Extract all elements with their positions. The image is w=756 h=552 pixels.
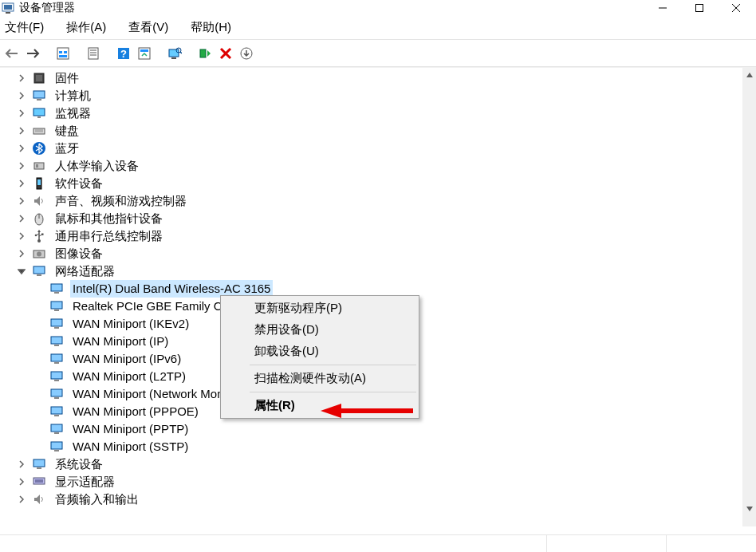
category-network[interactable]: 网络适配器 [0, 262, 756, 280]
category-label: 人体学输入设备 [53, 157, 141, 175]
category-monitors[interactable]: 监视器 [0, 104, 756, 122]
svg-rect-63 [54, 397, 59, 399]
ctx-scan-hardware[interactable]: 扫描检测硬件改动(A) [222, 368, 417, 389]
expand-icon[interactable] [16, 160, 27, 172]
audio-io-icon [32, 492, 46, 507]
category-audio-io[interactable]: 音频输入和输出 [0, 491, 756, 508]
update-driver-button[interactable] [237, 42, 256, 65]
device-tree[interactable]: 固件 计算机 监视器 键盘 蓝牙 人体学输入设备 [0, 68, 756, 508]
expand-icon[interactable] [16, 494, 27, 505]
forward-button[interactable] [23, 42, 42, 65]
category-mice[interactable]: 鼠标和其他指针设备 [0, 210, 756, 227]
device-label: WAN Miniport (IP) [70, 333, 171, 350]
context-menu: 更新驱动程序(P) 禁用设备(D) 卸载设备(U) 扫描检测硬件改动(A) 属性… [220, 295, 419, 419]
collapse-icon[interactable] [16, 266, 27, 277]
network-adapter-icon [49, 387, 64, 401]
expand-icon[interactable] [16, 213, 27, 224]
category-keyboards[interactable]: 键盘 [0, 122, 756, 140]
display-icon [32, 475, 46, 489]
menu-help[interactable]: 帮助(H) [187, 17, 241, 38]
network-adapter-icon [49, 369, 64, 384]
category-display[interactable]: 显示适配器 [0, 473, 756, 491]
device-wan-sstp[interactable]: WAN Miniport (SSTP) [0, 438, 756, 455]
expand-icon[interactable] [16, 476, 27, 487]
scroll-down-icon[interactable] [742, 502, 756, 515]
svg-rect-9 [64, 51, 67, 53]
network-adapter-icon [49, 352, 64, 366]
ctx-uninstall-device[interactable]: 卸载设备(U) [222, 341, 417, 362]
device-label: WAN Miniport (SSTP) [70, 438, 191, 455]
svg-rect-10 [59, 55, 67, 57]
svg-rect-66 [51, 424, 62, 432]
category-system[interactable]: 系统设备 [0, 455, 756, 473]
expand-icon[interactable] [16, 178, 27, 189]
title-bar: 设备管理器 [0, 0, 756, 16]
help-button[interactable]: ? [114, 42, 133, 65]
network-adapter-icon [49, 404, 64, 419]
category-label: 键盘 [53, 122, 81, 140]
vertical-scrollbar[interactable] [742, 68, 756, 515]
expand-icon[interactable] [16, 143, 27, 154]
expand-icon[interactable] [16, 125, 27, 136]
expand-icon[interactable] [16, 459, 27, 470]
expand-icon[interactable] [16, 231, 27, 242]
category-computer[interactable]: 计算机 [0, 87, 756, 104]
svg-rect-49 [37, 274, 41, 276]
svg-text:?: ? [120, 48, 127, 60]
svg-rect-32 [37, 116, 41, 118]
scroll-up-icon[interactable] [742, 68, 756, 81]
category-imaging[interactable]: 图像设备 [0, 245, 756, 262]
ctx-separator [250, 392, 416, 392]
category-label: 鼠标和其他指针设备 [53, 210, 165, 227]
minimize-button[interactable] [644, 0, 681, 16]
menu-action[interactable]: 操作(A) [63, 17, 116, 38]
expand-icon[interactable] [16, 73, 27, 84]
category-label: 声音、视频和游戏控制器 [53, 192, 189, 210]
svg-rect-56 [51, 337, 62, 344]
category-sound[interactable]: 声音、视频和游戏控制器 [0, 192, 756, 210]
category-usb[interactable]: 通用串行总线控制器 [0, 227, 756, 245]
action-dropdown-button[interactable] [135, 42, 154, 65]
svg-rect-4 [696, 5, 703, 12]
expand-icon[interactable] [16, 248, 27, 259]
svg-rect-58 [51, 354, 62, 361]
show-hide-tree-button[interactable] [53, 42, 73, 65]
keyboard-icon [32, 124, 46, 138]
category-firmware[interactable]: 固件 [0, 69, 756, 87]
sound-icon [32, 194, 46, 208]
svg-rect-62 [51, 389, 62, 396]
expand-icon[interactable] [16, 108, 27, 119]
svg-rect-59 [54, 362, 59, 364]
svg-point-47 [37, 252, 41, 257]
expand-icon[interactable] [16, 195, 27, 207]
svg-rect-65 [54, 415, 59, 416]
expand-icon[interactable] [16, 90, 27, 101]
svg-rect-48 [33, 266, 45, 274]
back-button[interactable] [2, 42, 22, 65]
hid-icon [32, 159, 46, 173]
enable-device-button[interactable] [195, 42, 215, 65]
category-hid[interactable]: 人体学输入设备 [0, 157, 756, 175]
menu-file[interactable]: 文件(F) [2, 17, 53, 38]
annotation-arrow-icon [319, 403, 415, 421]
ctx-update-driver[interactable]: 更新驱动程序(P) [222, 298, 417, 319]
svg-rect-18 [140, 49, 148, 52]
toolbar: ? [0, 40, 756, 67]
category-label: 通用串行总线控制器 [53, 227, 165, 245]
scan-hardware-button[interactable] [165, 42, 184, 65]
svg-rect-19 [169, 49, 179, 57]
menu-view[interactable]: 查看(V) [125, 17, 178, 38]
imaging-icon [32, 246, 46, 261]
device-wan-pptp[interactable]: WAN Miniport (PPTP) [0, 420, 756, 438]
category-software-devices[interactable]: 软件设备 [0, 175, 756, 192]
svg-rect-38 [36, 164, 38, 168]
svg-rect-68 [51, 442, 62, 449]
properties-button[interactable] [84, 42, 103, 65]
monitor-icon [32, 106, 46, 120]
category-bluetooth[interactable]: 蓝牙 [0, 140, 756, 157]
disable-device-button[interactable] [216, 42, 235, 65]
maximize-button[interactable] [681, 0, 718, 16]
firmware-icon [32, 71, 46, 85]
close-button[interactable] [718, 0, 754, 16]
ctx-disable-device[interactable]: 禁用设备(D) [222, 319, 417, 341]
